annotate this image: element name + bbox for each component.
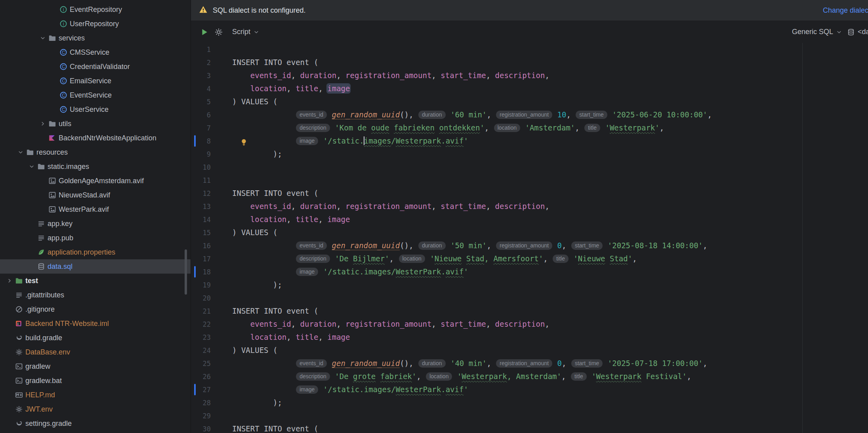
- code-line-5[interactable]: 5) VALUES (: [191, 95, 868, 108]
- tree-item-label: data.sql: [48, 262, 72, 271]
- inline-hint-chip: start_time: [571, 359, 603, 368]
- tree-item-static-images[interactable]: static.images: [0, 159, 191, 174]
- tree-item-services[interactable]: services: [0, 31, 191, 45]
- code-line-28[interactable]: 28 );: [191, 396, 868, 409]
- chevron-right-icon[interactable]: [37, 121, 48, 127]
- code-line-25[interactable]: 25 events_id gen_random_uuid(), duration…: [191, 357, 868, 370]
- tree-item-data-sql[interactable]: data.sql: [0, 259, 191, 274]
- code-line-26[interactable]: 26 description 'De grote fabriek', locat…: [191, 370, 868, 383]
- code-line-15[interactable]: 15) VALUES (: [191, 226, 868, 239]
- code-line-8[interactable]: 8 image '/static.images/Westerpark.avif': [191, 134, 868, 148]
- line-number: 11: [191, 174, 211, 187]
- tree-item-label: CredentialValidator: [70, 63, 130, 71]
- tree-item-eventrepository[interactable]: IEventRepository: [0, 2, 191, 17]
- tree-item-resources[interactable]: resources: [0, 145, 191, 159]
- inline-hint-chip: description: [296, 124, 330, 132]
- code-line-text: events_id gen_random_uuid(), duration '6…: [232, 110, 712, 119]
- code-line-text: image '/static.images/WesterPark.avif': [232, 267, 468, 276]
- tree-item-cmsservice[interactable]: CCMSService: [0, 45, 191, 59]
- tree-item-label: EventRepository: [70, 6, 122, 14]
- code-line-7[interactable]: 7 description 'Kom de oude fabrieken ont…: [191, 121, 868, 134]
- tree-item-database-env[interactable]: DataBase.env: [0, 345, 191, 359]
- tree-item-label: GoldenAgeAmsterdam.avif: [59, 177, 144, 185]
- code-line-30[interactable]: 30INSERT INTO event (: [191, 422, 868, 433]
- run-script-button[interactable]: [197, 25, 212, 39]
- tree-item-nieuwestad-avif[interactable]: NieuweStad.avif: [0, 188, 191, 202]
- line-number: 21: [191, 305, 211, 318]
- inline-hint-chip: image: [296, 137, 318, 145]
- tree-item-utils[interactable]: utils: [0, 117, 191, 131]
- iml-file-icon: [15, 320, 25, 327]
- code-line-4[interactable]: 4 location, title, image: [191, 82, 868, 95]
- tree-item-gradlew-bat[interactable]: gradlew.bat: [0, 374, 191, 388]
- tree-item-label: app.pub: [48, 234, 73, 242]
- database-selector[interactable]: <database>: [847, 21, 868, 43]
- chevron-down-icon[interactable]: [26, 163, 37, 170]
- tree-item-westerpark-avif[interactable]: WesterPark.avif: [0, 202, 191, 216]
- tree-item-gradlew[interactable]: gradlew: [0, 359, 191, 374]
- chevron-down-icon[interactable]: [37, 35, 48, 41]
- tree-item-emailservice[interactable]: CEmailService: [0, 74, 191, 88]
- code-line-29[interactable]: 29: [191, 409, 868, 422]
- code-line-22[interactable]: 22 events_id, duration, registration_amo…: [191, 318, 868, 331]
- project-tree-scrollbar[interactable]: [185, 249, 187, 295]
- code-line-19[interactable]: 19 );: [191, 278, 868, 291]
- tree-item-help-md[interactable]: HELP.md: [0, 388, 191, 402]
- code-line-16[interactable]: 16 events_id gen_random_uuid(), duration…: [191, 239, 868, 252]
- code-line-13[interactable]: 13 events_id, duration, registration_amo…: [191, 200, 868, 213]
- tree-item-label: services: [59, 34, 85, 42]
- script-dropdown[interactable]: Script: [232, 28, 259, 36]
- tree-item-jwt-env[interactable]: JWT.env: [0, 402, 191, 416]
- code-editor[interactable]: 12INSERT INTO event (3 events_id, durati…: [191, 43, 868, 433]
- project-tree-panel: IEventRepositoryIUserRepositoryservicesC…: [0, 0, 191, 433]
- code-line-27[interactable]: 27 image '/static.images/WesterPark.avif…: [191, 383, 868, 396]
- tree-item-gitattributes[interactable]: .gitattributes: [0, 288, 191, 302]
- dialect-dropdown[interactable]: Generic SQL: [792, 21, 842, 43]
- inline-hint-chip: duration: [418, 359, 446, 368]
- tree-item-label: EmailService: [70, 77, 111, 85]
- code-line-10[interactable]: 10: [191, 161, 868, 174]
- tree-item-userrepository[interactable]: IUserRepository: [0, 17, 191, 31]
- code-line-1[interactable]: 1: [191, 43, 868, 56]
- code-line-9[interactable]: 9 );: [191, 148, 868, 161]
- code-line-17[interactable]: 17 description 'De Bijlmer', location 'N…: [191, 252, 868, 265]
- folder-icon: [48, 34, 59, 42]
- code-line-3[interactable]: 3 events_id, duration, registration_amou…: [191, 69, 868, 82]
- tree-item-label: .gitignore: [25, 305, 55, 314]
- change-dialect-link[interactable]: Change dialect to...: [823, 0, 868, 21]
- tree-item-settings-gradle[interactable]: settings.gradle: [0, 416, 191, 431]
- tree-item-userservice[interactable]: CUserService: [0, 102, 191, 117]
- tree-item-app-pub[interactable]: app.pub: [0, 231, 191, 245]
- line-number: 7: [191, 122, 211, 135]
- tree-item-test[interactable]: test: [0, 274, 191, 288]
- tree-item-goldenageamsterdam-avif[interactable]: GoldenAgeAmsterdam.avif: [0, 174, 191, 188]
- code-line-text: location, title, image: [232, 215, 350, 224]
- tree-item-eventservice[interactable]: CEventService: [0, 88, 191, 102]
- code-line-24[interactable]: 24) VALUES (: [191, 344, 868, 357]
- tree-item-application-properties[interactable]: application.properties: [0, 245, 191, 259]
- tree-item-backend-ntr-website-iml[interactable]: Backend NTR-Website.iml: [0, 316, 191, 331]
- tree-item-gitignore[interactable]: .gitignore: [0, 302, 191, 316]
- code-line-text: events_id gen_random_uuid(), duration '4…: [232, 359, 708, 368]
- tree-item-backendntrwebsiteapplication[interactable]: BackendNtrWebsiteApplication: [0, 131, 191, 145]
- inline-hint-chip: registration_amount: [496, 111, 552, 119]
- code-line-20[interactable]: 20: [191, 291, 868, 305]
- code-line-text: events_id, duration, registration_amount…: [232, 320, 549, 328]
- code-line-2[interactable]: 2INSERT INTO event (: [191, 56, 868, 69]
- code-line-21[interactable]: 21INSERT INTO event (: [191, 305, 868, 318]
- settings-button[interactable]: [212, 25, 226, 39]
- tree-item-app-key[interactable]: app.key: [0, 216, 191, 231]
- code-line-11[interactable]: 11: [191, 174, 868, 187]
- chevron-down-icon[interactable]: [15, 149, 26, 155]
- tree-item-label: Backend NTR-Website.iml: [25, 320, 109, 328]
- tree-item-label: BackendNtrWebsiteApplication: [59, 134, 156, 142]
- code-line-18[interactable]: 18 image '/static.images/WesterPark.avif…: [191, 265, 868, 278]
- chevron-right-icon[interactable]: [4, 278, 15, 284]
- tree-item-credentialvalidator[interactable]: CCredentialValidator: [0, 59, 191, 74]
- code-line-6[interactable]: 6 events_id gen_random_uuid(), duration …: [191, 108, 868, 121]
- code-line-12[interactable]: 12INSERT INTO event (: [191, 187, 868, 200]
- code-line-23[interactable]: 23 location, title, image: [191, 331, 868, 344]
- inline-hint-chip: title: [571, 372, 587, 381]
- tree-item-build-gradle[interactable]: build.gradle: [0, 331, 191, 345]
- code-line-14[interactable]: 14 location, title, image: [191, 213, 868, 226]
